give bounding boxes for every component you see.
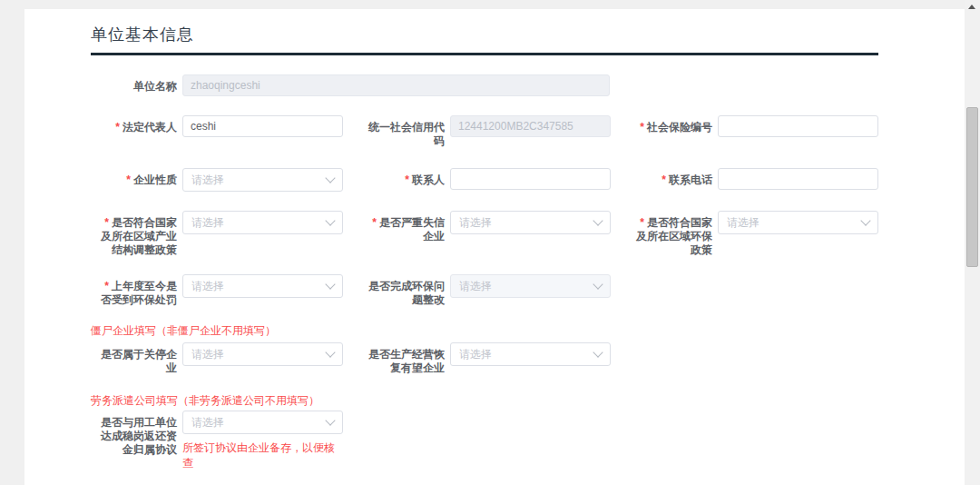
shutdown-enterprise-field: 是否属于关停企 业 请选择 <box>91 342 343 375</box>
required-asterisk: * <box>640 216 644 229</box>
env-policy-select[interactable]: 请选择 <box>718 211 878 234</box>
field-label: *是否严重失信 企业 <box>358 211 445 257</box>
recovery-hope-select[interactable]: 请选择 <box>450 342 611 366</box>
section-header-labor-dispatch: 劳务派遣公司填写（非劳务派遣公司不用填写） <box>91 393 319 409</box>
dishonest-enterprise-field: *是否严重失信 企业 请选择 <box>358 211 611 257</box>
chevron-down-icon <box>325 215 335 225</box>
required-asterisk: * <box>662 173 666 186</box>
chevron-down-icon <box>593 347 603 357</box>
chevron-down-icon <box>860 215 870 225</box>
select-placeholder: 请选择 <box>459 279 492 294</box>
form-row: 是否属于关停企 业 请选择 是否生产经营恢 复有望企业 请选择 <box>91 342 878 375</box>
title-divider <box>91 53 878 55</box>
chevron-down-icon <box>593 279 603 289</box>
unit-name-field: 单位名称 <box>91 74 612 96</box>
social-insurance-field: *社会保险编号 <box>626 115 878 148</box>
chevron-down-icon <box>325 347 335 357</box>
required-asterisk: * <box>126 173 131 186</box>
agreement-select[interactable]: 请选择 <box>182 411 343 434</box>
industry-policy-select[interactable]: 请选择 <box>182 211 343 234</box>
enterprise-nature-select[interactable]: 请选择 <box>182 168 343 192</box>
chevron-down-icon <box>325 279 335 289</box>
section-header-zombie: 僵尸企业填写（非僵尸企业不用填写） <box>91 323 276 339</box>
select-placeholder: 请选择 <box>459 347 492 362</box>
page-title: 单位基本信息 <box>91 24 194 45</box>
field-label: *联系人 <box>358 168 445 192</box>
agreement-note: 所签订协议由企业备存，以便核查 <box>182 440 343 471</box>
select-placeholder: 请选择 <box>191 415 224 431</box>
field-label: 是否与用工单位 达成稳岗返还资 金归属协议 <box>91 411 177 471</box>
env-rectify-field: 是否完成环保问 题整改 请选择 <box>358 274 611 307</box>
env-penalty-field: *上年度至今是 否受到环保处罚 请选择 <box>91 274 343 307</box>
field-label: 统一社会信用代 码 <box>358 115 445 148</box>
scrollbar-thumb[interactable] <box>966 107 978 267</box>
legal-representative-field: *法定代表人 <box>91 115 343 148</box>
field-label: 是否属于关停企 业 <box>91 342 177 375</box>
select-placeholder: 请选择 <box>191 279 224 294</box>
field-label: *上年度至今是 否受到环保处罚 <box>91 274 177 307</box>
field-label: *社会保险编号 <box>626 115 712 148</box>
select-placeholder: 请选择 <box>191 173 224 188</box>
field-label: *是否符合国家 及所在区域环保 政策 <box>626 211 712 257</box>
industry-policy-field: *是否符合国家 及所在区域产业 结构调整政策 请选择 <box>91 211 343 257</box>
field-label: 是否生产经营恢 复有望企业 <box>358 342 445 375</box>
legal-representative-input[interactable] <box>182 115 343 137</box>
form-card: 单位基本信息 单位名称 *法定代表人 统一社会信用代 码 *社会保险编号 <box>24 9 965 485</box>
enterprise-nature-field: *企业性质 请选择 <box>91 168 343 192</box>
field-label: *是否符合国家 及所在区域产业 结构调整政策 <box>91 211 177 257</box>
field-label: *法定代表人 <box>91 115 177 148</box>
contact-person-field: *联系人 <box>358 168 611 192</box>
select-placeholder: 请选择 <box>191 215 224 231</box>
recovery-hope-field: 是否生产经营恢 复有望企业 请选择 <box>358 342 611 375</box>
social-insurance-input[interactable] <box>718 115 878 137</box>
select-placeholder: 请选择 <box>459 215 492 231</box>
scroll-up-icon[interactable] <box>968 5 975 9</box>
contact-phone-field: *联系电话 <box>626 168 878 192</box>
form-row: *上年度至今是 否受到环保处罚 请选择 是否完成环保问 题整改 请选择 <box>91 274 878 307</box>
shutdown-enterprise-select[interactable]: 请选择 <box>182 342 343 366</box>
field-label: *联系电话 <box>626 168 712 192</box>
chevron-down-icon <box>325 173 335 183</box>
select-placeholder: 请选择 <box>727 215 760 231</box>
select-placeholder: 请选择 <box>191 347 224 362</box>
scrollbar-track[interactable] <box>965 0 980 485</box>
agreement-field: 是否与用工单位 达成稳岗返还资 金归属协议 请选择 所签订协议由企业备存，以便核… <box>91 411 343 471</box>
form-row: 单位名称 <box>91 74 878 96</box>
contact-phone-input[interactable] <box>718 168 878 190</box>
required-asterisk: * <box>104 280 109 292</box>
required-asterisk: * <box>405 173 409 186</box>
credit-code-input <box>450 115 611 137</box>
required-asterisk: * <box>640 121 644 134</box>
env-policy-field: *是否符合国家 及所在区域环保 政策 请选择 <box>626 211 878 257</box>
required-asterisk: * <box>115 121 120 134</box>
field-label: 单位名称 <box>91 74 177 96</box>
chevron-down-icon <box>593 215 603 225</box>
credit-code-field: 统一社会信用代 码 <box>358 115 611 148</box>
form-row: *企业性质 请选择 *联系人 *联系电话 <box>91 168 878 192</box>
env-rectify-select: 请选择 <box>450 274 611 298</box>
field-label: *企业性质 <box>91 168 177 192</box>
form-row: 是否与用工单位 达成稳岗返还资 金归属协议 请选择 所签订协议由企业备存，以便核… <box>91 411 878 471</box>
dishonest-enterprise-select[interactable]: 请选择 <box>450 211 611 234</box>
chevron-down-icon <box>325 415 335 425</box>
field-label: 是否完成环保问 题整改 <box>358 274 445 307</box>
form-row: *是否符合国家 及所在区域产业 结构调整政策 请选择 *是否严重失信 企业 请选… <box>91 211 878 257</box>
required-asterisk: * <box>372 216 377 229</box>
required-asterisk: * <box>104 216 109 229</box>
env-penalty-select[interactable]: 请选择 <box>182 274 343 298</box>
form-row: *法定代表人 统一社会信用代 码 *社会保险编号 <box>91 115 878 148</box>
contact-person-input[interactable] <box>450 168 611 190</box>
unit-name-input <box>182 74 610 96</box>
